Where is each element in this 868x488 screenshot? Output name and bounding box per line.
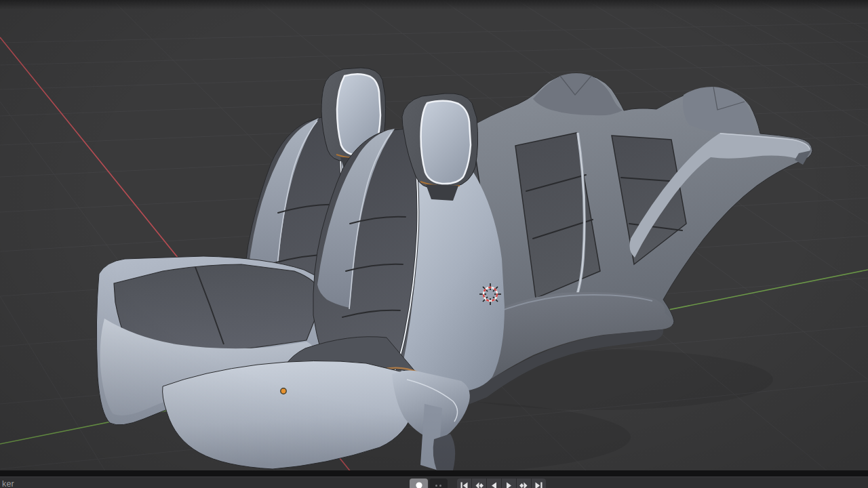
seat-underflap [433, 434, 456, 470]
jump-to-start-button[interactable] [457, 479, 471, 488]
transport-group [457, 479, 546, 488]
dots-icon [439, 485, 441, 487]
editor-divider [0, 470, 868, 476]
jump-to-end-button[interactable] [532, 479, 546, 488]
timeline-editor-header: ker [0, 476, 868, 488]
auto-keyframe-toggle[interactable] [410, 479, 428, 488]
prev-keyframe-button[interactable] [472, 479, 486, 488]
jump-end-icon [534, 481, 543, 488]
play-reverse-icon [490, 481, 498, 488]
jump-start-icon [460, 481, 469, 488]
play-reverse-button[interactable] [487, 479, 501, 488]
play-icon [505, 481, 513, 488]
next-keyframe-icon [519, 481, 528, 488]
prev-keyframe-icon [475, 481, 484, 488]
next-keyframe-button[interactable] [517, 479, 531, 488]
play-button[interactable] [502, 479, 516, 488]
timeline-menu-marker[interactable]: ker [2, 479, 14, 488]
keying-set-menu[interactable] [429, 479, 448, 488]
headrest-face [421, 101, 471, 184]
3d-viewport[interactable] [0, 0, 868, 470]
origin-point [281, 388, 286, 394]
bench-headrest-right [683, 87, 755, 133]
playback-controls [410, 479, 546, 488]
record-circle-icon [415, 481, 423, 488]
dots-icon [435, 485, 437, 487]
